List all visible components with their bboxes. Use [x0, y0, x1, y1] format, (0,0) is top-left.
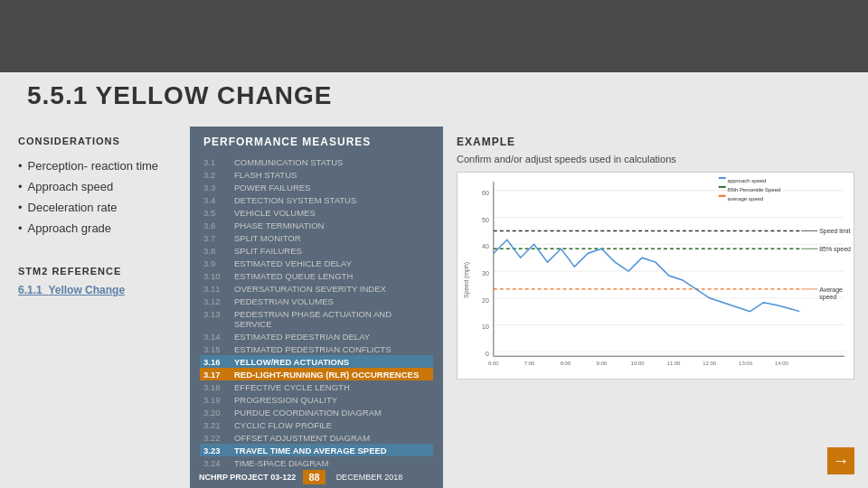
list-item: 3.8SPLIT FAILURES	[203, 244, 429, 257]
svg-rect-30	[719, 186, 726, 188]
svg-rect-0	[458, 173, 854, 379]
list-item: 3.3POWER FAILURES	[203, 181, 429, 193]
svg-text:11:00: 11:00	[666, 361, 681, 366]
list-item: Perception- reaction time	[18, 155, 172, 176]
svg-text:Speed limit: Speed limit	[819, 228, 850, 235]
nav-arrow[interactable]: →	[827, 447, 854, 474]
list-item: Approach grade	[18, 218, 172, 239]
list-item: 3.9ESTIMATED VEHICLE DELAY	[203, 257, 429, 269]
svg-text:10: 10	[482, 324, 489, 330]
svg-text:9:00: 9:00	[596, 361, 607, 366]
list-item-travel: 3.23TRAVEL TIME AND AVERAGE SPEED	[200, 444, 433, 456]
speed-chart: 0 10 20 30 40 50 60 Speed (mph) 6:00 7:0…	[457, 172, 854, 380]
list-item: 3.11OVERSATURATION SEVERITY INDEX	[203, 282, 429, 295]
speed-chart-svg: 0 10 20 30 40 50 60 Speed (mph) 6:00 7:0…	[458, 173, 854, 379]
example-subtitle: Confirm and/or adjust speeds used in cal…	[457, 154, 854, 164]
list-item: 3.2FLASH STATUS	[203, 168, 429, 181]
list-item: 3.19PROGRESSION QUALITY	[203, 393, 429, 406]
stm2-reference-title: STM2 REFERENCE	[18, 266, 172, 277]
svg-text:30: 30	[482, 270, 489, 277]
svg-text:approach speed: approach speed	[728, 178, 767, 183]
list-item: 3.14ESTIMATED PEDESTRIAN DELAY	[203, 330, 429, 343]
svg-text:60: 60	[482, 190, 489, 196]
example-title: EXAMPLE	[457, 136, 854, 148]
main-content: CONSIDERATIONS Perception- reaction time…	[0, 127, 868, 488]
svg-text:0: 0	[486, 351, 489, 357]
svg-text:6:00: 6:00	[488, 361, 499, 366]
list-item: 3.21CYCLIC FLOW PROFILE	[203, 418, 429, 431]
nchrp-date: DECEMBER 2018	[336, 473, 403, 482]
list-item: Deceleration rate	[18, 197, 172, 218]
left-sidebar: CONSIDERATIONS Perception- reaction time…	[0, 127, 190, 488]
svg-text:10:00: 10:00	[631, 361, 646, 366]
svg-text:50: 50	[482, 217, 489, 223]
list-item: 3.10ESTIMATED QUEUE LENGTH	[203, 269, 429, 282]
performance-title: PERFORMANCE MEASURES	[203, 136, 429, 148]
list-item: 3.1COMMUNICATION STATUS	[203, 155, 429, 168]
list-item: 3.22OFFSET ADJUSTMENT DIAGRAM	[203, 431, 429, 444]
stm2-link-prefix: 6.1.1	[18, 284, 42, 296]
svg-text:7:00: 7:00	[524, 361, 535, 366]
list-item: 3.15ESTIMATED PEDESTRIAN CONFLICTS	[203, 343, 429, 355]
list-item: 3.20PURDUE COORDINATION DIAGRAM	[203, 406, 429, 418]
header-banner	[0, 0, 868, 72]
svg-text:14:00: 14:00	[775, 361, 789, 366]
svg-text:Average: Average	[819, 286, 843, 294]
considerations-title: CONSIDERATIONS	[18, 136, 172, 146]
svg-text:average speed: average speed	[728, 196, 763, 202]
svg-text:20: 20	[482, 297, 489, 304]
svg-text:40: 40	[482, 243, 489, 249]
page-title: 5.5.1 YELLOW CHANGE	[27, 81, 332, 110]
example-panel: EXAMPLE Confirm and/or adjust speeds use…	[443, 127, 868, 488]
list-item: 3.7SPLIT MONITOR	[203, 231, 429, 244]
svg-text:12:00: 12:00	[703, 361, 717, 366]
svg-text:13:00: 13:00	[739, 361, 753, 366]
svg-text:Speed (mph): Speed (mph)	[463, 262, 470, 298]
nchrp-text: NCHRP PROJECT 03-122	[199, 473, 296, 482]
stm2-link-text: Yellow Change	[48, 284, 125, 296]
performance-list: 3.1COMMUNICATION STATUS 3.2FLASH STATUS …	[203, 155, 429, 488]
stm2-link[interactable]: 6.1.1 Yellow Change	[18, 284, 172, 296]
nchrp-bar: NCHRP PROJECT 03-122 88 DECEMBER 2018	[190, 466, 443, 488]
svg-rect-32	[719, 195, 726, 197]
list-item: 3.6PHASE TERMINATION	[203, 219, 429, 231]
list-item: 3.4DETECTION SYSTEM STATUS	[203, 193, 429, 206]
list-item: 3.13PEDESTRIAN PHASE ACTUATION AND SERVI…	[203, 307, 429, 330]
list-item: Approach speed	[18, 176, 172, 197]
list-item: 3.12PEDESTRIAN VOLUMES	[203, 295, 429, 307]
list-item-highlighted: 3.16YELLOW/RED ACTUATIONS	[200, 355, 433, 368]
list-item: 3.5VEHICLE VOLUMES	[203, 206, 429, 219]
svg-text:85% speed: 85% speed	[819, 246, 851, 253]
considerations-list: Perception- reaction time Approach speed…	[18, 155, 172, 239]
performance-panel: PERFORMANCE MEASURES 3.1COMMUNICATION ST…	[190, 127, 443, 488]
list-item: 3.18EFFECTIVE CYCLE LENGTH	[203, 380, 429, 393]
svg-text:8:00: 8:00	[561, 361, 571, 366]
svg-text:speed: speed	[819, 294, 836, 301]
list-item-orange: 3.17RED-LIGHT-RUNNING (RLR) OCCURRENCES	[200, 368, 433, 380]
svg-rect-28	[719, 177, 726, 179]
svg-text:85th Percentile Speed: 85th Percentile Speed	[728, 187, 781, 192]
page-badge: 88	[303, 470, 325, 484]
